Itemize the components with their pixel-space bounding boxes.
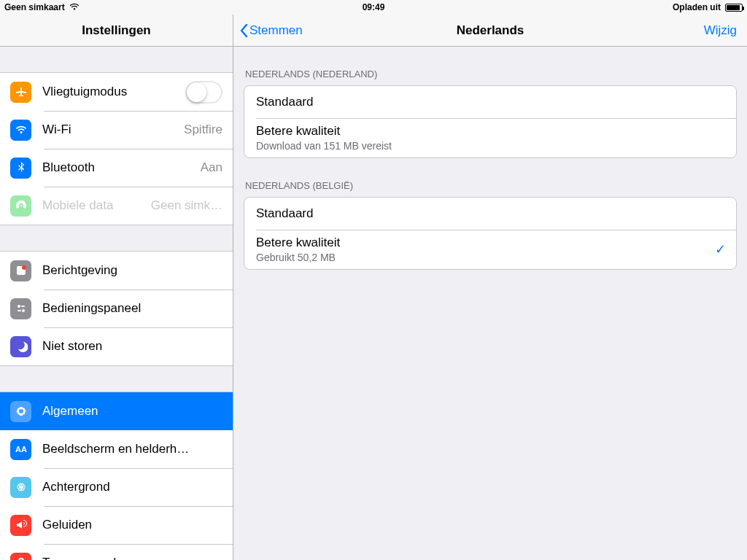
edit-button[interactable]: Wijzig [704, 23, 737, 38]
sidebar-item-wallpaper[interactable]: Achtergrond [0, 468, 233, 506]
voice-group-nl-be: Standaard Betere kwaliteit Gebruikt 50,2… [244, 197, 737, 270]
moon-icon [10, 336, 31, 357]
sidebar-item-label: Toegangscode [42, 556, 233, 560]
voice-group-nl-nl: Standaard Betere kwaliteit Download van … [244, 85, 737, 158]
checkmark-icon: ✓ [715, 241, 726, 257]
sidebar-item-label: Algemeen [42, 404, 233, 419]
voice-row-enhanced-be[interactable]: Betere kwaliteit Gebruikt 50,2 MB ✓ [244, 230, 736, 269]
charging-text: Opladen uit [673, 2, 721, 12]
sidebar-item-control-center[interactable]: Bedieningspaneel [0, 289, 233, 327]
wallpaper-icon [10, 477, 31, 498]
carrier-text: Geen simkaart [4, 2, 65, 12]
sidebar-item-label: Geluiden [42, 518, 233, 532]
detail-title: Nederlands [457, 23, 525, 38]
sidebar-item-general[interactable]: Algemeen [0, 392, 233, 430]
sidebar-item-cellular: Mobiele data Geen simk… [0, 187, 233, 225]
voice-row-standard-nl[interactable]: Standaard [244, 86, 736, 118]
nav-left: Instellingen [0, 15, 233, 46]
sidebar-group-connectivity: Vliegtuigmodus Wi-Fi Spitfire Bluetooth … [0, 72, 233, 225]
settings-title: Instellingen [82, 23, 150, 38]
section-header-nl-nl: NEDERLANDS (NEDERLAND) [233, 47, 747, 85]
navigation-bar: Instellingen Stemmen Nederlands Wijzig [0, 15, 747, 47]
status-bar: Geen simkaart 09:49 Opladen uit [0, 0, 747, 15]
airplane-toggle[interactable] [185, 81, 222, 104]
sidebar-item-label: Beeldscherm en helderh… [42, 442, 233, 456]
sidebar-item-label: Wi-Fi [42, 122, 184, 137]
sidebar-group-general: Algemeen AA Beeldscherm en helderh… Acht… [0, 392, 233, 560]
bluetooth-icon [10, 158, 31, 179]
sidebar-item-dnd[interactable]: Niet storen [0, 327, 233, 365]
sidebar-item-wifi[interactable]: Wi-Fi Spitfire [0, 111, 233, 149]
sidebar-item-label: Achtergrond [42, 480, 233, 494]
battery-icon [725, 4, 743, 12]
svg-point-4 [22, 309, 25, 312]
detail-pane[interactable]: NEDERLANDS (NEDERLAND) Standaard Betere … [233, 47, 747, 560]
svg-text:AA: AA [15, 445, 27, 454]
sidebar-item-label: Bedieningspaneel [42, 301, 233, 316]
cellular-icon [10, 195, 31, 217]
speaker-icon [10, 515, 31, 536]
voice-title: Standaard [256, 206, 736, 221]
sidebar-item-label: Vliegtuigmodus [42, 85, 185, 99]
voice-title: Betere kwaliteit [256, 236, 715, 250]
sidebar-item-sounds[interactable]: Geluiden [0, 506, 233, 544]
sidebar-item-label: Berichtgeving [42, 263, 233, 278]
sidebar-item-display[interactable]: AA Beeldscherm en helderh… [0, 430, 233, 468]
notifications-icon [10, 260, 31, 281]
sidebar-item-bluetooth[interactable]: Bluetooth Aan [0, 149, 233, 187]
sidebar-item-label: Mobiele data [42, 198, 151, 213]
voice-row-standard-be[interactable]: Standaard [244, 198, 736, 230]
voice-title: Standaard [256, 95, 736, 109]
voice-row-enhanced-nl[interactable]: Betere kwaliteit Download van 151 MB ver… [244, 118, 736, 158]
cellular-value: Geen simk… [151, 198, 222, 213]
voice-subtitle: Download van 151 MB vereist [256, 140, 736, 152]
wifi-icon [69, 2, 80, 12]
svg-rect-3 [21, 306, 25, 307]
lock-icon [10, 553, 31, 561]
bluetooth-value: Aan [201, 160, 222, 175]
svg-rect-5 [18, 310, 21, 311]
control-center-icon [10, 298, 31, 319]
back-label: Stemmen [249, 23, 303, 38]
sidebar-item-notifications[interactable]: Berichtgeving [0, 252, 233, 289]
chevron-left-icon [239, 23, 248, 38]
airplane-icon [10, 82, 31, 103]
settings-sidebar[interactable]: Vliegtuigmodus Wi-Fi Spitfire Bluetooth … [0, 47, 233, 560]
gear-icon [10, 401, 31, 422]
voice-title: Betere kwaliteit [256, 124, 736, 139]
voice-subtitle: Gebruikt 50,2 MB [256, 252, 715, 263]
back-button[interactable]: Stemmen [239, 23, 303, 38]
sidebar-item-label: Bluetooth [42, 160, 201, 175]
svg-point-1 [22, 265, 26, 270]
section-header-nl-be: NEDERLANDS (BELGIË) [233, 158, 747, 197]
sidebar-item-airplane[interactable]: Vliegtuigmodus [0, 73, 233, 111]
svg-point-2 [18, 305, 20, 308]
clock: 09:49 [363, 2, 385, 12]
sidebar-item-passcode[interactable]: Toegangscode [0, 544, 233, 560]
sidebar-group-notifications: Berichtgeving Bedieningspaneel Niet stor… [0, 251, 233, 366]
nav-right: Stemmen Nederlands Wijzig [233, 15, 747, 46]
svg-point-8 [20, 486, 22, 489]
display-icon: AA [10, 439, 31, 460]
wifi-value: Spitfire [184, 122, 222, 137]
sidebar-item-label: Niet storen [42, 339, 233, 354]
wifi-icon [10, 120, 31, 141]
